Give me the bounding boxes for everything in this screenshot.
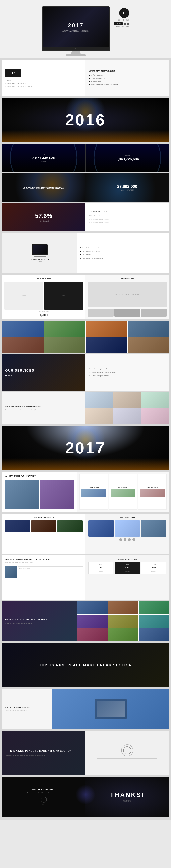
dark-proj-cell-9 — [139, 628, 169, 642]
square-icon-2 — [127, 23, 129, 25]
slide-photos — [2, 321, 169, 353]
template-sub-2: dark — [62, 295, 65, 296]
services-light: 01 Service description text here and mor… — [86, 354, 169, 391]
template-sub-1: content — [22, 295, 26, 296]
write-sub: Some description text here and more cont… — [5, 562, 83, 564]
slide-templates-row: YOUR TITLE HERE content dark Some text h… — [2, 275, 169, 319]
plan-price-2: $29 — [125, 566, 129, 569]
plan-divider-1 — [90, 570, 112, 570]
city-silhouette — [2, 130, 169, 142]
service-item-1: 01 Service description text here and mor… — [89, 368, 166, 370]
subscribe-title: SUBSCRIBING PLANS — [88, 558, 166, 560]
plan-price-3: $49 — [151, 566, 156, 569]
monitor-subtitle: 年终工作总结暨新年计划演示模板 — [62, 30, 90, 33]
plan-cards: BASIC $9 Features PRO $29 Features TEAM … — [88, 562, 166, 574]
value-img-2 — [111, 489, 135, 497]
company-desc: 工作总结 These are some example text here Th… — [5, 80, 82, 88]
plan-card-3: TEAM $49 Features — [141, 562, 166, 574]
gallery-cell-5 — [113, 408, 141, 424]
value-name-3: VALUE NAME 3 — [147, 487, 158, 488]
iphone-grid — [5, 521, 83, 532]
company-title: 公司致力于打造全球顶尖企业 — [89, 69, 166, 72]
value-card-3: VALUE NAME 3 — [138, 474, 167, 509]
company-item-3: 成功案例 CASE — [89, 81, 166, 83]
company-logo: P — [5, 69, 21, 77]
subscribe-left: WRITE HERE YOUR GREAT AND NICE TITLE IN … — [2, 555, 86, 600]
globe-right: 27,892,000 成功占有率市场份额 — [86, 174, 169, 202]
year-2016-text: 2016 — [65, 111, 106, 129]
slide-history: A LITTLE BIT OF HISTORY VALUE NAME 1 VAL… — [2, 472, 169, 512]
dark-proj-cell-6 — [139, 615, 169, 628]
slide-nice-place: ThiS IS NICE PLACE MAKE BREAK SECTION — [2, 643, 169, 687]
history-photos — [5, 480, 74, 509]
iphone-cell-3 — [57, 521, 83, 532]
gallery-cell-3 — [141, 392, 169, 408]
break-left: THIS IS A NICE PLACE TO MAKE A BREAK SEC… — [2, 731, 86, 775]
stat-left: 全年 2,871,445,630 数据总量 — [2, 144, 85, 172]
company-logo-char: P — [12, 71, 14, 75]
your-title-x: × YOUR TITLE HERE × — [90, 211, 107, 213]
feature-dot-1 — [80, 247, 81, 248]
service-desc-1: Service description text here and more c… — [92, 368, 121, 370]
demo-circle-label: ○ ● ○ — [42, 804, 45, 805]
company-item-4: 团队成员 MEMBER work and who sub-test — [89, 84, 166, 86]
photo-cell-5 — [2, 337, 43, 353]
monitor-stand-mock — [34, 256, 45, 256]
break-line-1 — [97, 758, 158, 759]
plan-features-1: Features — [99, 571, 103, 572]
feature-text-3: Your title here — [82, 254, 91, 256]
stat-right-top: 绩效数据 — [125, 154, 130, 156]
history-left: A LITTLE BIT OF HISTORY — [2, 472, 77, 512]
monitor-stand — [71, 52, 81, 55]
plan-features-3: Features — [151, 571, 156, 572]
company-item-text-4: 团队成员 MEMBER work and who sub-test — [91, 84, 118, 86]
value-name-1: VALUE NAME 1 — [89, 487, 99, 488]
title-line: × YOUR TITLE HERE × — [88, 211, 108, 213]
value-img-3 — [140, 489, 165, 497]
globe-right-number: 27,892,000 — [117, 184, 137, 189]
service-item-3: 03 Service description text here — [89, 375, 166, 377]
history-title: A LITTLE BIT OF HISTORY — [5, 475, 74, 478]
year-2017-text: 2017 — [65, 439, 106, 457]
monitor-notch — [43, 48, 109, 50]
service-num-3: 03 — [89, 375, 90, 376]
photo-cell-6 — [44, 337, 86, 353]
feature-dot-4 — [80, 257, 81, 258]
history-photo-2 — [40, 480, 74, 509]
mw-sub: These are some description text here — [5, 709, 49, 711]
slide-subscribe: WRITE HERE YOUR GREAT AND NICE TITLE IN … — [2, 555, 169, 600]
write-here-title: WRITE HERE YOUR GREAT AND NICE TITLE IN … — [5, 558, 83, 560]
value-card-2: VALUE NAME 2 — [109, 474, 137, 509]
slide-iphone: IPHONE 6S PROJECTS MEET OUR TEAM — [2, 514, 169, 554]
team-photo-1 — [88, 521, 114, 536]
photo-cell-2 — [44, 321, 86, 337]
icon-group — [124, 23, 129, 25]
monitor-screen: 2017 年终工作总结暨新年计划演示模板 — [43, 7, 109, 48]
plan-card-2: PRO $29 Features — [114, 562, 140, 574]
market-light: × YOUR TITLE HERE × YOUR TITLE HERE Thes… — [85, 203, 169, 231]
company-item-1: 公司简介 COMPANY — [89, 74, 166, 76]
slide-globe-row: 旗下产品遍布全国 乃至东南亚部分省份及地区 27,892,000 成功占有率市场… — [2, 174, 169, 202]
monitor-base — [66, 55, 86, 56]
gallery-cell-6 — [141, 408, 169, 424]
mockup-label: COMPUTER MOCKUP — [30, 258, 49, 260]
iphone-title: IPHONE 6S PROJECTS — [5, 517, 83, 519]
photo-cell-4 — [128, 321, 169, 337]
dark-proj-cell-4 — [77, 615, 107, 628]
device-left: COMPUTER MOCKUP SLIDE — [2, 233, 77, 273]
square-icon-1 — [124, 23, 126, 25]
slide-2016: 2016 — [2, 98, 169, 142]
demo-sub: These are some description sample text h… — [27, 792, 60, 794]
monitor-base-mock — [32, 256, 47, 257]
feature-row-1: Your title here and some text — [80, 247, 166, 249]
service-num-2: 02 — [89, 371, 90, 373]
company-item-text-1: 公司简介 COMPANY — [91, 74, 104, 76]
studio-badge: 工作总结 — [114, 22, 123, 25]
gallery-thumb-2 — [114, 309, 140, 317]
happy-text: HAPPY NEW YEAR — [115, 26, 129, 28]
stat-left-top: 全年 — [42, 153, 45, 155]
mb-visual-inner — [97, 701, 125, 717]
break-line-2 — [97, 760, 145, 760]
mockup-sublabel: SLIDE — [37, 261, 41, 262]
dark-project-right — [77, 601, 169, 642]
